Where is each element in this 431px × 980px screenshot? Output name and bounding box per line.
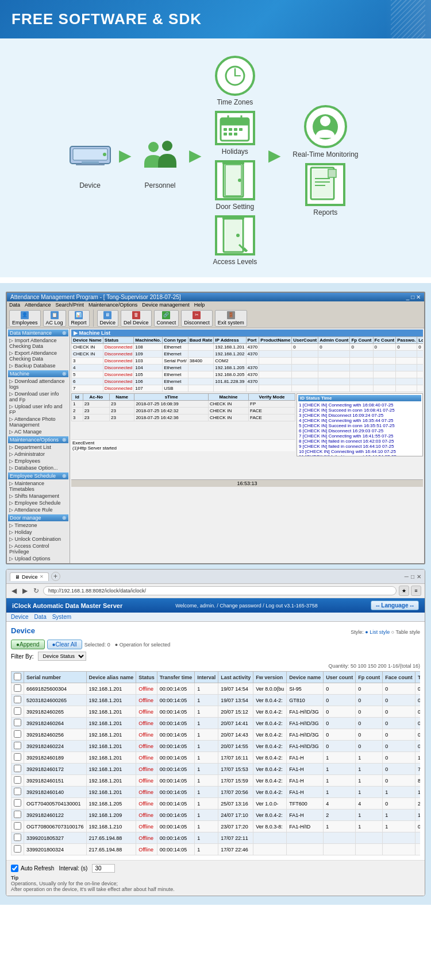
dev-cb[interactable] xyxy=(11,752,24,764)
btn-connect[interactable]: 🔗 Connect xyxy=(154,310,179,327)
url-bar[interactable]: http://192.168.1.88:8082/iclock/data/icl… xyxy=(43,586,397,595)
row-checkbox[interactable] xyxy=(14,696,21,703)
row-checkbox[interactable] xyxy=(14,799,21,807)
dev-cb[interactable] xyxy=(11,775,24,787)
btn-employees[interactable]: 👤 Employees xyxy=(9,310,41,327)
browser-tab-device[interactable]: 🖥 Device ✕ xyxy=(10,572,49,581)
sidebar-item-shifts[interactable]: ▷ Shifts Management xyxy=(8,493,68,499)
row-checkbox[interactable] xyxy=(14,742,21,749)
device-table-row[interactable]: 3399201805327 217.65.194.88 Offline 00:0… xyxy=(11,832,421,844)
machine-table-row[interactable]: 6 Disconnected 106 Ethernet 101.81.228.3… xyxy=(72,378,424,385)
refresh-btn[interactable]: ↻ xyxy=(32,586,41,595)
menu-btn[interactable]: ≡ xyxy=(411,586,421,596)
list-style-btn[interactable]: ● List style xyxy=(365,629,391,635)
machine-table-row[interactable]: CHECK IN Disconnected 108 Ethernet 192.1… xyxy=(72,344,424,351)
sidebar-item-import[interactable]: ▷ Import Attendance Checking Data xyxy=(8,337,68,350)
menu-help[interactable]: Help xyxy=(194,302,205,308)
dev-cb[interactable] xyxy=(11,821,24,832)
sidebar-item-acmanage[interactable]: ▷ AC Manage xyxy=(8,428,68,435)
language-btn[interactable]: -- Language -- xyxy=(371,601,419,610)
btn-device[interactable]: 🖥 Device xyxy=(97,310,119,327)
dev-cb[interactable] xyxy=(11,706,24,718)
sidebar-item-uploaduser[interactable]: ▷ Upload user info and FP xyxy=(8,403,68,416)
sidebar-item-timezone[interactable]: ▷ Timezone xyxy=(8,522,68,529)
device-table-row[interactable]: 3929182460151 192.168.1.201 Offline 00:0… xyxy=(11,775,421,787)
dev-cb[interactable] xyxy=(11,729,24,741)
sidebar-item-acp[interactable]: ▷ Access Control Privilege xyxy=(8,543,68,555)
row-checkbox[interactable] xyxy=(14,788,21,795)
dev-cb[interactable] xyxy=(11,787,24,798)
nav-system[interactable]: System xyxy=(52,614,71,620)
new-tab-btn[interactable]: + xyxy=(51,572,60,581)
row-checkbox[interactable] xyxy=(14,719,21,726)
dev-cb[interactable] xyxy=(11,683,24,695)
device-table-row[interactable]: 3929182460140 192.168.1.201 Offline 00:0… xyxy=(11,787,421,798)
menu-data[interactable]: Data xyxy=(9,302,20,308)
device-table-row[interactable]: 52031824600265 192.168.1.201 Offline 00:… xyxy=(11,695,421,706)
sidebar-item-export[interactable]: ▷ Export Attendance Checking Data xyxy=(8,350,68,362)
btn-exit[interactable]: 🚪 Exit system xyxy=(215,310,247,327)
filter-select[interactable]: Device Status xyxy=(38,652,86,661)
dev-cb[interactable] xyxy=(11,695,24,706)
btn-deldevice[interactable]: 🗑 Del Device xyxy=(121,310,152,327)
minimize-btn[interactable]: ─ xyxy=(405,574,409,580)
row-checkbox[interactable] xyxy=(14,822,21,830)
row-checkbox[interactable] xyxy=(14,834,21,841)
menu-device-mgmt[interactable]: Device management xyxy=(142,302,190,308)
table-style-btn[interactable]: ○ Table style xyxy=(391,629,420,635)
auto-refresh-checkbox[interactable] xyxy=(11,865,18,872)
dev-cb[interactable] xyxy=(11,718,24,729)
row-checkbox[interactable] xyxy=(14,707,21,715)
row-checkbox[interactable] xyxy=(14,776,21,784)
device-table-row[interactable]: 3929182460172 192.168.1.201 Offline 00:0… xyxy=(11,764,421,775)
sw-menubar[interactable]: Data Attendance Search/Print Maintenance… xyxy=(7,301,424,308)
device-table-row[interactable]: 3399201800324 217.65.194.88 Offline 00:0… xyxy=(11,844,421,855)
dev-cb[interactable] xyxy=(11,832,24,844)
row-checkbox[interactable] xyxy=(14,684,21,692)
btn-aclog[interactable]: 📋 AC Log xyxy=(43,310,66,327)
row-checkbox[interactable] xyxy=(14,811,21,818)
machine-table-row[interactable]: CHECK IN Disconnected 109 Ethernet 192.1… xyxy=(72,351,424,358)
menu-attendance[interactable]: Attendance xyxy=(25,302,51,308)
btn-report[interactable]: 📊 Report xyxy=(68,310,90,327)
row-checkbox[interactable] xyxy=(14,765,21,772)
row-checkbox[interactable] xyxy=(14,753,21,761)
device-table-row[interactable]: OGT704005704130001 192.168.1.205 Offline… xyxy=(11,798,421,809)
dev-cb[interactable] xyxy=(11,741,24,752)
sidebar-item-backup[interactable]: ▷ Backup Database xyxy=(8,362,68,369)
sidebar-item-holiday[interactable]: ▷ Holiday xyxy=(8,529,68,536)
event-table-row[interactable]: 2 23 23 2018-07-25 16:42:32 CHECK IN FAC… xyxy=(72,408,295,415)
dev-cb[interactable] xyxy=(11,798,24,809)
select-all-cb[interactable] xyxy=(14,673,21,680)
sidebar-item-employees[interactable]: ▷ Employees xyxy=(8,458,68,464)
sidebar-item-admin[interactable]: ▷ Administrator xyxy=(8,451,68,458)
sidebar-item-downloadlogs[interactable]: ▷ Download attendance logs xyxy=(8,378,68,390)
device-table-row[interactable]: 3929182460224 192.168.1.201 Offline 00:0… xyxy=(11,741,421,752)
forward-btn[interactable]: ▶ xyxy=(21,586,29,595)
device-table-row[interactable]: 3929182460256 192.168.1.201 Offline 00:0… xyxy=(11,729,421,741)
interval-input[interactable]: 30 xyxy=(92,864,115,873)
close-btn[interactable]: ✕ xyxy=(417,574,421,580)
nav-device[interactable]: Device xyxy=(11,614,29,620)
device-table-row[interactable]: 3929182460265 192.168.1.201 Offline 00:0… xyxy=(11,706,421,718)
device-table-row[interactable]: 3929182460264 192.168.1.201 Offline 00:0… xyxy=(11,718,421,729)
device-table-row[interactable]: 66691825600304 192.168.1.201 Offline 00:… xyxy=(11,683,421,695)
menu-search[interactable]: Search/Print xyxy=(56,302,84,308)
event-table-row[interactable]: 3 23 23 2018-07-25 16:42:36 CHECK IN FAC… xyxy=(72,415,295,421)
operation-btn[interactable]: ● Operation for selected xyxy=(113,642,173,648)
sw-machine-list-tab[interactable]: ▶ Machine List xyxy=(71,330,423,336)
dev-cb[interactable] xyxy=(11,844,24,855)
sidebar-item-deptlist[interactable]: ▷ Department List xyxy=(8,444,68,451)
append-btn[interactable]: ●Append xyxy=(11,640,45,649)
event-table-row[interactable]: 1 23 23 2018-07-25 16:08:39 CHECK IN FP xyxy=(72,401,295,408)
machine-table-row[interactable]: 5 Disconnected 105 Ethernet 192.168.0.20… xyxy=(72,371,424,378)
back-btn[interactable]: ◀ xyxy=(10,586,18,595)
sidebar-item-unlock[interactable]: ▷ Unlock Combination xyxy=(8,536,68,543)
sidebar-item-uploadopts[interactable]: ▷ Upload Options xyxy=(8,555,68,562)
device-table-row[interactable]: 3929182460189 192.168.1.201 Offline 00:0… xyxy=(11,752,421,764)
dev-cb[interactable] xyxy=(11,809,24,821)
maximize-btn[interactable]: □ xyxy=(411,574,414,580)
machine-table-row[interactable]: 7 Disconnected 107 USB 3204 xyxy=(72,385,424,392)
btn-disconnect[interactable]: ✂ Disconnect xyxy=(181,310,213,327)
dev-cb[interactable] xyxy=(11,764,24,775)
